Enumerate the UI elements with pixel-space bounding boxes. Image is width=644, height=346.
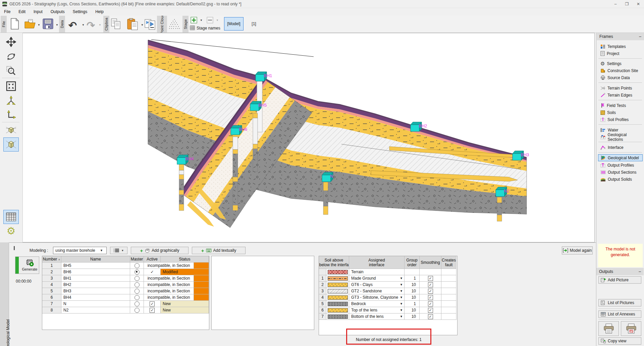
col-header-master[interactable]: Master — [130, 256, 144, 263]
stage-names-label[interactable]: Stage names — [197, 26, 220, 31]
axes-3d-button[interactable] — [3, 94, 19, 108]
interface-select[interactable]: Top of the lens▼ — [349, 307, 405, 313]
settings-view-button[interactable]: ⚙ — [3, 224, 19, 238]
add-picture-button[interactable]: Add Picture — [598, 276, 641, 284]
interface-select[interactable]: GT3 - Siltstone, Claystone▼ — [349, 294, 405, 301]
interface-select[interactable]: Made Ground▼ — [349, 275, 405, 282]
master-radio[interactable] — [135, 263, 140, 268]
interface-select[interactable]: Bottom of the lens▼ — [349, 313, 405, 320]
add-stage-button[interactable] — [191, 17, 197, 23]
frames-minimize-button[interactable]: – — [639, 34, 641, 39]
borehole-name[interactable]: BH4 — [61, 294, 130, 301]
borehole-name[interactable]: BH5 — [61, 263, 130, 269]
smoothing-cell[interactable]: ✓ — [420, 307, 441, 313]
master-radio[interactable] — [135, 308, 140, 313]
master-radio[interactable] — [135, 282, 140, 287]
creates-fault-cell[interactable] — [441, 288, 457, 294]
active-cell[interactable]: ✓ — [144, 269, 161, 275]
table-row[interactable]: 2 — [42, 269, 61, 275]
master-radio-cell[interactable] — [130, 307, 144, 313]
table-row[interactable]: 6 — [42, 294, 61, 301]
group-order-cell[interactable]: 10 — [405, 307, 420, 313]
frame-item-geological-model[interactable]: Geological Model — [598, 154, 643, 161]
col-header-status[interactable]: Status — [161, 256, 209, 263]
table-row[interactable]: 3 — [42, 275, 61, 282]
frame-item-interface[interactable]: Interface — [598, 144, 643, 151]
frame-item-geological-sections[interactable]: Geological Sections — [598, 133, 643, 140]
rotate-tool-button[interactable] — [3, 49, 19, 63]
frame-item-output-sections[interactable]: Output Sections — [598, 169, 643, 176]
smoothing-cell[interactable]: ✓ — [420, 282, 441, 288]
creates-fault-cell[interactable] — [441, 301, 457, 307]
save-button[interactable] — [42, 18, 54, 30]
col-header-number[interactable]: Number▲ — [42, 256, 61, 263]
col-header-smoothing[interactable]: Smoothing — [420, 256, 441, 269]
master-radio-cell[interactable] — [130, 288, 144, 294]
borehole-name[interactable]: BH6 — [61, 269, 130, 275]
master-radio[interactable] — [135, 295, 140, 300]
active-cell[interactable]: ✓ — [144, 301, 161, 307]
frame-item-construction-site[interactable]: Construction Site — [598, 67, 643, 74]
stage-names-icon[interactable] — [190, 25, 195, 30]
model-3d-viewport[interactable]: BH1 BH5 BH6 BH2 BH3 BH4 N N2 — [23, 33, 595, 242]
perspective-view-button[interactable] — [3, 123, 19, 137]
detail-list-box[interactable] — [211, 256, 314, 330]
smoothing-checkbox[interactable]: ✓ — [428, 301, 433, 306]
minimize-button[interactable]: – — [610, 0, 621, 8]
col-header-creates-fault[interactable]: Createsfault — [441, 256, 457, 269]
group-order-cell[interactable]: 10 — [405, 294, 420, 301]
tab-stage-1[interactable]: [1] — [249, 17, 259, 31]
smoothing-cell[interactable]: ✓ — [420, 288, 441, 294]
pan-tool-button[interactable] — [3, 35, 19, 49]
smoothing-checkbox[interactable]: ✓ — [428, 276, 433, 281]
active-checkbox[interactable]: ✓ — [150, 301, 155, 306]
group-order-cell[interactable]: 10 — [405, 288, 420, 294]
add-graphically-button[interactable]: + Add graphically — [131, 247, 189, 254]
frame-item-field-tests[interactable]: Field Tests — [598, 102, 643, 109]
axes-2d-button[interactable] — [3, 108, 19, 122]
frame-item-terrain-edges[interactable]: Terrain Edges — [598, 92, 643, 99]
menu-file[interactable]: File — [0, 8, 14, 15]
borehole-name[interactable]: BH1 — [61, 275, 130, 282]
modeling-mode-select[interactable]: using master borehole ▼ — [53, 247, 107, 254]
open-file-button[interactable] — [24, 19, 36, 29]
copy-button[interactable] — [111, 18, 121, 30]
master-radio-cell[interactable] — [130, 269, 144, 275]
undo-dropdown-caret[interactable]: ▼ — [82, 23, 85, 26]
col-header-active[interactable]: Active — [144, 256, 161, 263]
smoothing-checkbox[interactable]: ✓ — [428, 289, 433, 294]
creates-fault-cell[interactable] — [441, 282, 457, 288]
master-radio-cell[interactable] — [130, 282, 144, 288]
interface-select[interactable]: GT2 - Sandstone▼ — [349, 288, 405, 294]
add-textually-button[interactable]: + Add textually — [192, 247, 246, 254]
fit-to-window-button[interactable] — [3, 79, 19, 93]
model-again-button[interactable]: Model again — [562, 246, 593, 254]
menu-help[interactable]: Help — [91, 8, 108, 15]
print-button[interactable] — [598, 321, 619, 336]
group-order-cell[interactable]: 10 — [405, 313, 420, 320]
table-view-button[interactable] — [3, 210, 19, 224]
frame-item-project[interactable]: Project — [598, 50, 643, 57]
master-radio-selected[interactable] — [135, 270, 140, 275]
frame-item-source-data[interactable]: Source Data — [598, 74, 643, 81]
axonometric-view-button[interactable] — [3, 137, 19, 152]
master-radio[interactable] — [135, 289, 140, 294]
zoom-tool-button[interactable] — [3, 64, 19, 78]
list-of-pictures-button[interactable]: List of Pictures — [598, 299, 641, 306]
borehole-name[interactable]: N — [61, 301, 130, 307]
save-dropdown-caret[interactable]: ▼ — [56, 23, 58, 26]
menu-edit[interactable]: Edit — [14, 8, 30, 15]
creates-fault-cell[interactable] — [441, 307, 457, 313]
list-options-button[interactable]: ▼ — [110, 247, 127, 254]
frame-item-soils[interactable]: Soils — [598, 109, 643, 116]
smoothing-checkbox[interactable]: ✓ — [428, 308, 433, 313]
insert-picture-button[interactable] — [144, 18, 156, 30]
master-radio[interactable] — [135, 276, 140, 281]
paste-dropdown-caret[interactable]: ▼ — [141, 23, 144, 26]
open-dropdown-caret[interactable]: ▼ — [38, 23, 40, 26]
master-radio[interactable] — [135, 301, 140, 306]
frame-item-soil-profiles[interactable]: Soil Profiles — [598, 116, 643, 123]
list-of-annexes-button[interactable]: List of Annexes — [598, 310, 641, 318]
active-cell[interactable]: ✓ — [144, 307, 161, 313]
creates-fault-cell[interactable] — [441, 275, 457, 282]
